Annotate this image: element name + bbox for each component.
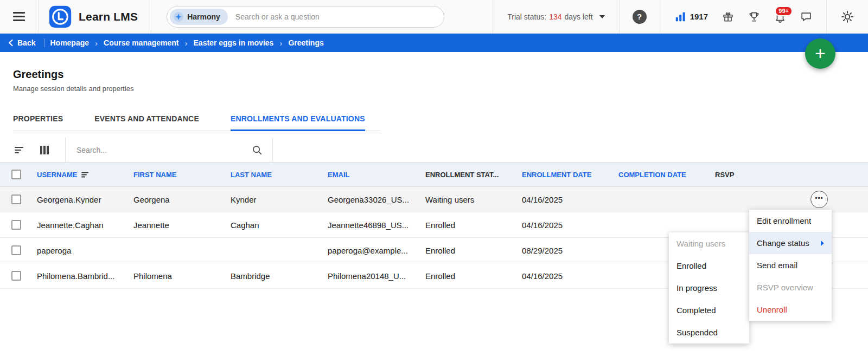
menu-item-send-email[interactable]: Send email	[749, 254, 832, 276]
menu-item-edit-enrollment[interactable]: Edit enrollment	[749, 210, 832, 232]
plus-icon: +	[815, 44, 826, 62]
menu-item-label: Edit enrollment	[757, 216, 811, 225]
column-header-email[interactable]: EMAIL	[321, 171, 419, 179]
submenu-item-waiting-users: Waiting users	[669, 232, 749, 255]
page-subtitle: Manage session details and properties	[13, 85, 868, 93]
row-checkbox[interactable]	[11, 271, 21, 281]
table-header-row: USERNAME FIRST NAME LAST NAME EMAIL ENRO…	[0, 163, 868, 187]
cell-last-name: Bambridge	[224, 271, 321, 281]
menu-item-change-status[interactable]: Change status	[749, 232, 832, 254]
submenu-item-in-progress[interactable]: In progress	[669, 277, 749, 299]
tab-bar: PROPERTIES EVENTS AND ATTENDANCE ENROLLM…	[13, 114, 380, 131]
cell-enrollment-date: 04/16/2025	[515, 195, 612, 204]
row-actions-menu: Edit enrollment Change status Send email…	[749, 210, 832, 321]
hamburger-menu-icon[interactable]	[0, 0, 38, 34]
breadcrumb-bar: Back Homepage › Course management › East…	[0, 34, 868, 52]
menu-item-unenroll[interactable]: Unenroll	[749, 299, 832, 321]
menu-item-label: RSVP overview	[757, 283, 813, 292]
select-all-checkbox[interactable]	[11, 170, 21, 179]
menu-item-label: Change status	[757, 238, 809, 248]
cell-enrollment-date: 04/16/2025	[515, 221, 612, 230]
cell-enrollment-status: Enrolled	[419, 246, 515, 255]
add-button[interactable]: +	[805, 38, 835, 69]
manage-columns-icon[interactable]	[39, 145, 50, 155]
breadcrumb-item-course-management[interactable]: Course management	[104, 38, 178, 47]
column-header-last-name[interactable]: LAST NAME	[224, 171, 321, 179]
menu-item-rsvp-overview: RSVP overview	[749, 276, 832, 299]
sort-icon	[81, 171, 90, 178]
row-checkbox[interactable]	[11, 245, 21, 255]
notifications-count-badge: 99+	[775, 6, 793, 16]
tab-properties[interactable]: PROPERTIES	[13, 114, 63, 131]
tab-events-and-attendance[interactable]: EVENTS AND ATTENDANCE	[94, 114, 199, 131]
column-header-label: COMPLETION DATE	[618, 171, 686, 179]
leaderboard-trophy-icon[interactable]	[748, 11, 760, 23]
help-icon[interactable]: ?	[633, 10, 647, 24]
toolbar-icon-group	[0, 138, 66, 162]
cell-enrollment-status: Enrolled	[419, 271, 515, 281]
submenu-item-suspended[interactable]: Suspended	[669, 321, 749, 343]
gear-icon[interactable]	[841, 10, 854, 23]
back-button[interactable]: Back	[0, 34, 43, 52]
harmony-icon	[174, 12, 183, 22]
column-header-username[interactable]: USERNAME	[30, 171, 127, 179]
submenu-item-label: Enrolled	[676, 261, 706, 270]
back-label: Back	[17, 38, 35, 47]
row-actions-ellipsis-icon[interactable]: •••	[810, 191, 828, 208]
submenu-item-enrolled[interactable]: Enrolled	[669, 255, 749, 277]
table-search-input[interactable]	[75, 145, 246, 155]
column-header-enrollment-status[interactable]: ENROLLMENT STAT...	[419, 171, 515, 179]
column-header-enrollment-date[interactable]: ENROLLMENT DATE	[515, 171, 612, 179]
table-toolbar	[0, 138, 868, 163]
breadcrumb-separator-icon: ›	[95, 38, 98, 48]
table-row[interactable]: Georgena.Kynder Georgena Kynder Georgena…	[0, 187, 868, 212]
cell-last-name: Kynder	[224, 195, 321, 204]
rewards-gift-icon[interactable]	[722, 11, 734, 23]
notifications: 99+	[774, 11, 786, 23]
trial-status-suffix: days left	[564, 12, 592, 21]
cell-last-name: Caghan	[224, 221, 321, 230]
cell-username: paperoga	[30, 246, 127, 255]
brand[interactable]: Learn LMS	[39, 5, 151, 29]
search-icon[interactable]	[252, 145, 263, 155]
column-header-rsvp[interactable]: RSVP	[709, 171, 868, 179]
settings-section	[827, 10, 868, 23]
breadcrumb-separator-icon: ›	[185, 38, 188, 48]
cell-rsvp: •••	[709, 191, 868, 208]
gamification-level[interactable]: 1917	[674, 11, 708, 23]
harmony-chip[interactable]: Harmony	[170, 9, 228, 25]
breadcrumb-item-session[interactable]: Greetings	[288, 38, 323, 47]
topbar-divider	[151, 0, 151, 34]
row-checkbox[interactable]	[11, 195, 21, 204]
trial-status[interactable]: Trial status: 134 days left	[493, 12, 618, 21]
breadcrumb: Homepage › Course management › Easter eg…	[50, 38, 323, 48]
cell-email: Philomena20148_U...	[321, 271, 419, 281]
column-header-label: ENROLLMENT STAT...	[425, 171, 499, 179]
breadcrumb-separator-icon: ›	[279, 38, 282, 48]
table-search	[66, 138, 273, 162]
messages-chat-icon[interactable]	[800, 11, 812, 23]
global-search-input[interactable]	[234, 12, 436, 22]
harmony-chip-label: Harmony	[187, 12, 220, 21]
trial-days-remaining: 134	[549, 12, 561, 21]
global-search[interactable]: Harmony	[167, 6, 444, 28]
breadcrumb-item-course[interactable]: Easter eggs in movies	[194, 38, 274, 47]
filter-icon[interactable]	[14, 145, 25, 155]
cell-email: paperoga@example...	[321, 246, 419, 255]
tab-enrollments-and-evaluations[interactable]: ENROLLMENTS AND EVALUATIONS	[231, 114, 365, 131]
topbar-icon-group: 1917	[660, 11, 826, 23]
breadcrumb-item-homepage[interactable]: Homepage	[50, 38, 89, 47]
column-header-label: FIRST NAME	[133, 171, 176, 179]
submenu-item-label: In progress	[676, 283, 717, 293]
submenu-item-completed[interactable]: Completed	[669, 299, 749, 321]
column-header-first-name[interactable]: FIRST NAME	[127, 171, 224, 179]
column-header-completion-date[interactable]: COMPLETION DATE	[612, 171, 709, 179]
menu-item-label: Send email	[757, 261, 797, 270]
menu-item-label: Unenroll	[757, 305, 787, 314]
cell-username: Georgena.Kynder	[30, 195, 127, 204]
breadcrumb-divider	[44, 38, 44, 47]
row-checkbox[interactable]	[11, 220, 21, 230]
chevron-right-icon	[821, 241, 824, 246]
column-header-label: LAST NAME	[231, 171, 272, 179]
learn-lms-logo-icon	[48, 5, 72, 29]
